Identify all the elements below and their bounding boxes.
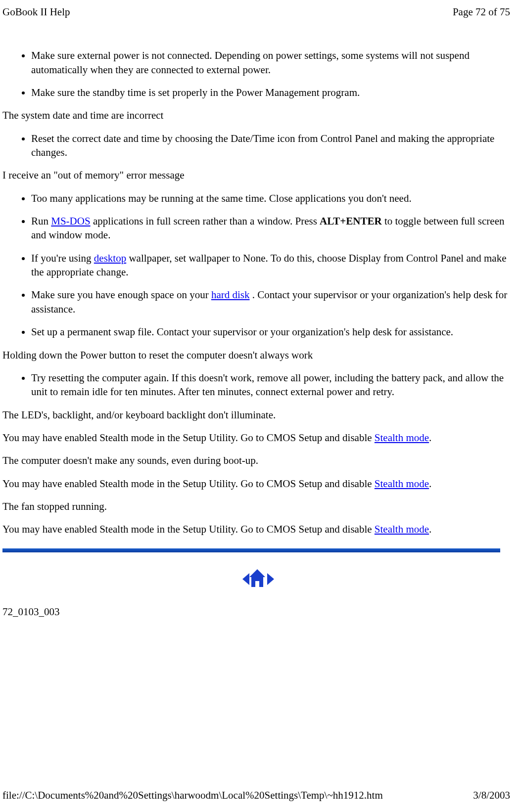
page-content: Make sure external power is not connecte… [0, 19, 520, 619]
footer-date: 3/8/2003 [473, 788, 510, 802]
heading-no-sounds: The computer doesn't make any sounds, ev… [2, 453, 510, 467]
msdos-link[interactable]: MS-DOS [51, 215, 90, 227]
footer-path: file://C:\Documents%20and%20Settings\har… [2, 788, 383, 802]
nav-back-icon[interactable] [232, 567, 281, 591]
nav-icons [2, 567, 510, 591]
text-fragment: You may have enabled Stealth mode in the… [2, 432, 375, 444]
list-item: Set up a permanent swap file. Contact yo… [31, 325, 510, 339]
list-item: Run MS-DOS applications in full screen r… [31, 214, 510, 242]
alt-enter-shortcut: ALT+ENTER [320, 215, 382, 227]
text-fragment: You may have enabled Stealth mode in the… [2, 478, 375, 490]
troubleshoot-list-3: Too many applications may be running at … [2, 191, 510, 339]
stealth-mode-paragraph-2: You may have enabled Stealth mode in the… [2, 477, 510, 491]
svg-marker-0 [242, 573, 249, 585]
heading-out-of-memory: I receive an "out of memory" error messa… [2, 168, 510, 182]
text-fragment: . [429, 523, 431, 535]
svg-marker-2 [249, 569, 265, 587]
heading-datetime-incorrect: The system date and time are incorrect [2, 108, 510, 122]
header-title: GoBook II Help [2, 5, 70, 19]
list-item: Make sure the standby time is set proper… [31, 86, 510, 99]
text-fragment: applications in full screen rather than … [91, 215, 320, 227]
text-fragment: Run [31, 215, 51, 227]
list-item: Try resetting the computer again. If thi… [31, 371, 510, 399]
list-item: Reset the correct date and time by choos… [31, 132, 510, 160]
troubleshoot-list-1: Make sure external power is not connecte… [2, 48, 510, 99]
hard-disk-link[interactable]: hard disk [211, 289, 250, 301]
page-footer: file://C:\Documents%20and%20Settings\har… [2, 788, 510, 802]
document-id: 72_0103_003 [2, 605, 510, 619]
page-header: GoBook II Help Page 72 of 75 [0, 0, 520, 19]
text-fragment: If you're using [31, 252, 94, 264]
list-item: If you're using desktop wallpaper, set w… [31, 251, 510, 279]
troubleshoot-list-2: Reset the correct date and time by choos… [2, 132, 510, 160]
svg-marker-3 [267, 573, 274, 585]
stealth-mode-paragraph-3: You may have enabled Stealth mode in the… [2, 522, 510, 536]
stealth-mode-paragraph-1: You may have enabled Stealth mode in the… [2, 431, 510, 445]
text-fragment: . [429, 432, 431, 444]
list-item: Make sure you have enough space on your … [31, 288, 510, 316]
text-fragment: You may have enabled Stealth mode in the… [2, 523, 375, 535]
stealth-mode-link[interactable]: Stealth mode [375, 478, 429, 490]
divider-bar [2, 548, 500, 552]
text-fragment: Make sure you have enough space on your [31, 289, 211, 301]
list-item: Too many applications may be running at … [31, 191, 510, 205]
list-item: Make sure external power is not connecte… [31, 48, 510, 77]
troubleshoot-list-4: Try resetting the computer again. If thi… [2, 371, 510, 399]
heading-power-button-reset: Holding down the Power button to reset t… [2, 348, 510, 362]
desktop-link[interactable]: desktop [94, 252, 126, 264]
stealth-mode-link[interactable]: Stealth mode [375, 523, 429, 535]
stealth-mode-link[interactable]: Stealth mode [375, 432, 429, 444]
heading-led-backlight: The LED's, backlight, and/or keyboard ba… [2, 408, 510, 422]
heading-fan-stopped: The fan stopped running. [2, 499, 510, 513]
header-page-info: Page 72 of 75 [453, 5, 510, 19]
text-fragment: . [429, 478, 431, 490]
